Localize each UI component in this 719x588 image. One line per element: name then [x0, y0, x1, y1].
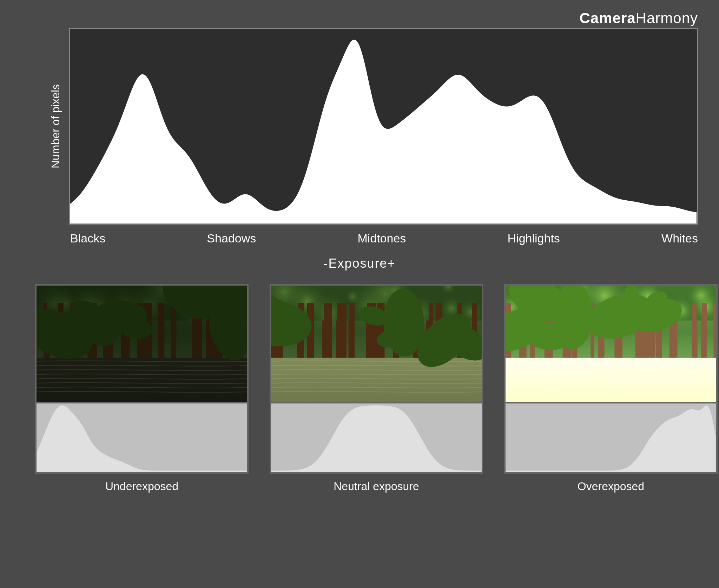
label-shadows: Shadows — [207, 232, 256, 245]
bottom-section: Underexposed Neutral exposure Overexpose… — [35, 284, 684, 493]
mini-hist-underexposed — [37, 403, 247, 472]
photo-overexposed — [506, 286, 716, 402]
histogram-box — [69, 28, 698, 225]
y-axis-label: Number of pixels — [49, 84, 62, 168]
photo-frame-overexposed — [504, 284, 718, 403]
mini-hist-overexposed — [506, 403, 716, 472]
photo-column-neutral: Neutral exposure — [270, 284, 483, 493]
photo-column-underexposed: Underexposed — [35, 284, 249, 493]
logo-light: Harmony — [636, 10, 698, 26]
mini-histogram-underexposed — [35, 403, 249, 474]
photo-column-overexposed: Overexposed — [504, 284, 718, 493]
photo-neutral — [271, 286, 482, 402]
exposure-label: -Exposure+ — [0, 256, 719, 271]
photo-label-overexposed: Overexposed — [504, 480, 718, 493]
photo-label-neutral: Neutral exposure — [270, 480, 483, 493]
photo-label-underexposed: Underexposed — [35, 480, 249, 493]
mini-histogram-overexposed — [504, 403, 718, 474]
mini-histogram-neutral — [270, 403, 483, 474]
photo-frame-neutral — [270, 284, 483, 403]
photo-underexposed — [37, 286, 247, 402]
main-histogram-canvas — [70, 29, 697, 223]
mini-hist-neutral — [271, 403, 482, 472]
photo-frame-underexposed — [35, 284, 249, 403]
label-blacks: Blacks — [70, 232, 105, 245]
x-axis-labels: Blacks Shadows Midtones Highlights White… — [70, 232, 698, 245]
label-midtones: Midtones — [357, 232, 406, 245]
label-whites: Whites — [661, 232, 698, 245]
app-logo: CameraHarmony — [580, 10, 698, 27]
label-highlights: Highlights — [508, 232, 560, 245]
histogram-container: Number of pixels — [49, 28, 698, 225]
logo-bold: Camera — [580, 10, 636, 26]
